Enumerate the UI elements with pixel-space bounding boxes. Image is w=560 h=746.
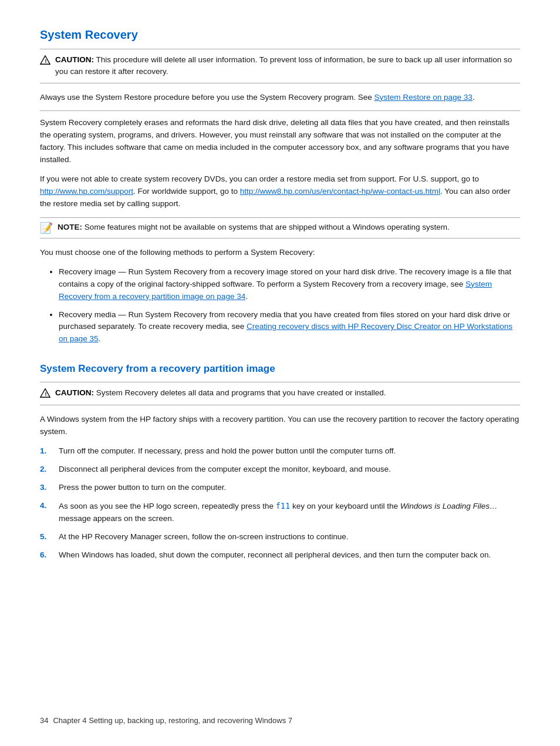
- step-text-1: Turn off the computer. If necessary, pre…: [59, 445, 520, 458]
- recovery-steps-list: 1. Turn off the computer. If necessary, …: [40, 445, 520, 561]
- footer-text: Chapter 4 Setting up, backing up, restor…: [53, 716, 292, 725]
- section-title-recovery-partition: System Recovery from a recovery partitio…: [40, 363, 520, 375]
- divider-1: [40, 110, 520, 111]
- step-num-4: 4.: [40, 500, 52, 525]
- step-5: 5. At the HP Recovery Manager screen, fo…: [40, 531, 520, 543]
- step-2: 2. Disconnect all peripheral devices fro…: [40, 463, 520, 476]
- list-item-recovery-image: Recovery image — Run System Recovery fro…: [59, 266, 520, 303]
- hp-worldwide-link[interactable]: http://www8.hp.com/us/en/contact-hp/ww-c…: [240, 187, 440, 196]
- step-num-3: 3.: [40, 482, 52, 494]
- para-system-restore-link: Always use the System Restore procedure …: [40, 92, 520, 104]
- step-text-2: Disconnect all peripheral devices from t…: [59, 463, 520, 476]
- step-num-5: 5.: [40, 531, 52, 543]
- step-4: 4. As soon as you see the HP logo screen…: [40, 500, 520, 525]
- para-support-links: If you were not able to create system re…: [40, 173, 520, 210]
- step-num-1: 1.: [40, 445, 52, 458]
- caution-box-1: ! CAUTION: This procedure will delete al…: [40, 49, 520, 83]
- step-1: 1. Turn off the computer. If necessary, …: [40, 445, 520, 458]
- step-3: 3. Press the power button to turn on the…: [40, 482, 520, 494]
- para-methods-intro: You must choose one of the following met…: [40, 247, 520, 259]
- note-text: Some features might not be available on …: [85, 223, 450, 231]
- caution-text-2: System Recovery deletes all data and pro…: [96, 388, 386, 397]
- hp-support-link[interactable]: http://www.hp.com/support: [40, 187, 133, 196]
- f11-code: f11: [276, 501, 290, 510]
- step-text-5: At the HP Recovery Manager screen, follo…: [59, 531, 520, 543]
- para-partition-intro: A Windows system from the HP factory shi…: [40, 414, 520, 438]
- recovery-methods-list: Recovery image — Run System Recovery fro…: [59, 266, 520, 346]
- caution-box-2: ! CAUTION: System Recovery deletes all d…: [40, 382, 520, 405]
- caution-label-1: CAUTION:: [55, 55, 94, 64]
- footer-page-num: 34: [40, 716, 48, 725]
- note-label: NOTE:: [58, 223, 82, 231]
- svg-text:!: !: [45, 392, 47, 398]
- step-num-2: 2.: [40, 463, 52, 476]
- para-system-recovery-desc: System Recovery completely erases and re…: [40, 117, 520, 166]
- svg-text:!: !: [45, 58, 47, 64]
- caution-icon-1: !: [40, 55, 50, 67]
- page-footer: 34 Chapter 4 Setting up, backing up, res…: [40, 716, 520, 725]
- step-num-6: 6.: [40, 549, 52, 562]
- system-restore-link[interactable]: System Restore on page 33: [375, 93, 473, 102]
- step-text-3: Press the power button to turn on the co…: [59, 482, 520, 494]
- step-text-4: As soon as you see the HP logo screen, r…: [59, 500, 520, 525]
- italic-text: Windows is Loading Files…: [400, 502, 498, 510]
- caution-label-2: CAUTION:: [55, 388, 94, 397]
- caution-icon-2: !: [40, 388, 50, 400]
- list-item-recovery-media: Recovery media — Run System Recovery fro…: [59, 309, 520, 346]
- step-text-6: When Windows has loaded, shut down the c…: [59, 549, 520, 562]
- note-box-1: 📝 NOTE: Some features might not be avail…: [40, 217, 520, 238]
- caution-text-1: This procedure will delete all user info…: [55, 55, 512, 76]
- section-title-system-recovery: System Recovery: [40, 28, 520, 42]
- step-6: 6. When Windows has loaded, shut down th…: [40, 549, 520, 562]
- note-icon: 📝: [40, 223, 53, 233]
